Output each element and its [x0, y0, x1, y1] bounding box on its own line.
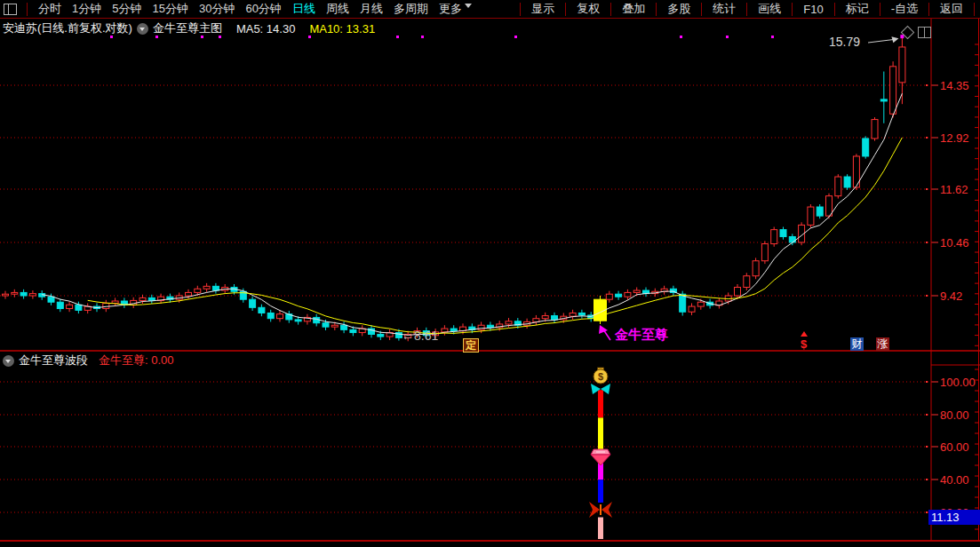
- mark-button[interactable]: 标记: [846, 1, 869, 17]
- stock-app-window: { "toolbar": { "periods": ["分时","1分钟","5…: [0, 0, 980, 547]
- peak-price-label: 15.79: [829, 36, 860, 48]
- y-axis-label: 14.35: [940, 79, 969, 92]
- period-tab-5min[interactable]: 5分钟: [112, 1, 141, 17]
- candle-body: [890, 67, 896, 114]
- y-axis-label: 11.62: [940, 183, 968, 196]
- period-tab-daily[interactable]: 日线: [292, 1, 315, 17]
- axis-dot: [926, 479, 928, 480]
- axis-dot: [926, 84, 928, 86]
- ma10-value: MA10: 13.31: [309, 22, 375, 36]
- axis-dot: [926, 511, 928, 513]
- period-tab-30min[interactable]: 30分钟: [199, 1, 235, 17]
- gem-icon: [591, 455, 610, 465]
- low-price-label: ←8.61: [402, 329, 438, 342]
- indicator-name[interactable]: 金牛至尊波段: [19, 353, 88, 369]
- candle-body: [633, 290, 640, 292]
- y-axis-label: 10.46: [940, 236, 969, 250]
- candle-body: [761, 244, 768, 261]
- candle-body: [625, 292, 631, 297]
- candle-body: [212, 286, 219, 290]
- candle-body: [76, 305, 82, 310]
- period-tab-monthly[interactable]: 月线: [360, 1, 383, 17]
- butterfly-icon: [602, 502, 612, 518]
- candle-body: [259, 307, 265, 313]
- candle-body: [880, 99, 887, 101]
- period-tab-60min[interactable]: 60分钟: [245, 1, 281, 17]
- chevron-down-icon: [465, 4, 472, 12]
- candle-body: [552, 316, 558, 320]
- fuquan-button[interactable]: 复权: [577, 1, 600, 17]
- y-axis-label: 80.00: [940, 408, 969, 422]
- indicator-bar-segment: [598, 518, 603, 539]
- candle-body: [735, 288, 741, 296]
- f10-button[interactable]: F10: [803, 3, 823, 16]
- signal-dot: [396, 36, 399, 38]
- main-chart-info-line: 安迪苏(日线.前复权.对数) 金牛至尊主图 MA5: 14.30 MA10: 1…: [3, 20, 375, 36]
- main-indicator-name[interactable]: 金牛至尊主图: [153, 20, 222, 36]
- candle-body: [808, 207, 814, 225]
- candle-body: [277, 314, 283, 319]
- candle-body: [863, 139, 869, 156]
- indicator-value: 金牛至尊: 0.00: [99, 353, 174, 369]
- period-tab-weekly[interactable]: 周线: [326, 1, 349, 17]
- candle-body: [570, 313, 576, 316]
- period-tab-1min[interactable]: 1分钟: [72, 1, 101, 17]
- candle-body: [689, 306, 695, 312]
- axis-current-value-tag: 11.13: [928, 510, 980, 525]
- candle-body: [314, 317, 320, 322]
- more-menu-button[interactable]: 更多: [439, 1, 472, 17]
- signal-dot: [726, 36, 729, 38]
- toolbar-right-group: 显示 复权 叠加 多股 统计 画线 F10 标记 -自选 返回: [514, 1, 980, 17]
- money-bag-icon: $: [598, 371, 603, 382]
- candle-body: [341, 325, 347, 329]
- candle-body: [195, 289, 201, 292]
- candle-body: [780, 230, 786, 237]
- y-axis-label: 100.00: [940, 376, 976, 389]
- candle-body: [789, 237, 795, 242]
- split-pane-icon[interactable]: [918, 27, 931, 38]
- candle-body: [450, 329, 457, 331]
- candle-body: [203, 286, 210, 289]
- candle-body: [20, 292, 27, 296]
- dollar-signal-marker: $: [801, 338, 807, 350]
- axis-dot: [926, 446, 928, 448]
- candle-body: [67, 305, 73, 308]
- drawline-button[interactable]: 画线: [758, 1, 781, 17]
- indicator-panel-header: 金牛至尊波段 金牛至尊: 0.00: [3, 353, 174, 369]
- chevron-circle-icon[interactable]: [137, 23, 148, 35]
- chevron-circle-icon[interactable]: [3, 355, 14, 367]
- display-button[interactable]: 显示: [531, 1, 554, 17]
- butterfly-icon: [600, 504, 602, 515]
- y-axis-label: 9.42: [940, 289, 962, 303]
- signal-dot: [514, 36, 517, 38]
- axis-dot: [926, 414, 928, 416]
- signal-dot: [421, 36, 424, 38]
- axis-dot: [926, 242, 928, 243]
- period-tab-multi[interactable]: 多周期: [394, 1, 428, 17]
- stats-button[interactable]: 统计: [713, 1, 736, 17]
- toolbar-divider: [27, 3, 28, 16]
- candle-body: [487, 325, 493, 328]
- overlay-button[interactable]: 叠加: [622, 1, 645, 17]
- candle-body: [12, 292, 18, 294]
- axis-dot: [926, 188, 928, 190]
- top-toolbar: 分时 1分钟 5分钟 15分钟 30分钟 60分钟 日线 周线 月线 多周期 更…: [0, 0, 980, 19]
- candle-body: [542, 316, 548, 319]
- candle-body: [680, 294, 686, 312]
- watchlist-button[interactable]: -自选: [891, 1, 918, 17]
- split-window-icon[interactable]: [4, 4, 17, 15]
- butterfly-icon: [589, 502, 600, 518]
- candle-body: [250, 299, 256, 307]
- candle-body: [616, 294, 622, 297]
- indicator-bar-segment: [598, 390, 603, 417]
- back-button[interactable]: 返回: [940, 1, 963, 17]
- period-tab-15min[interactable]: 15分钟: [152, 1, 187, 17]
- candle-body: [744, 276, 750, 288]
- price-chart-canvas[interactable]: 14.3512.9211.6210.469.42100.0080.0060.00…: [0, 0, 980, 547]
- candle-body: [139, 297, 146, 300]
- multistock-button[interactable]: 多股: [667, 1, 690, 17]
- candle-body: [835, 177, 841, 196]
- candle-body: [48, 297, 54, 302]
- axis-dot: [926, 295, 928, 297]
- period-tab-fenshi[interactable]: 分时: [38, 1, 61, 17]
